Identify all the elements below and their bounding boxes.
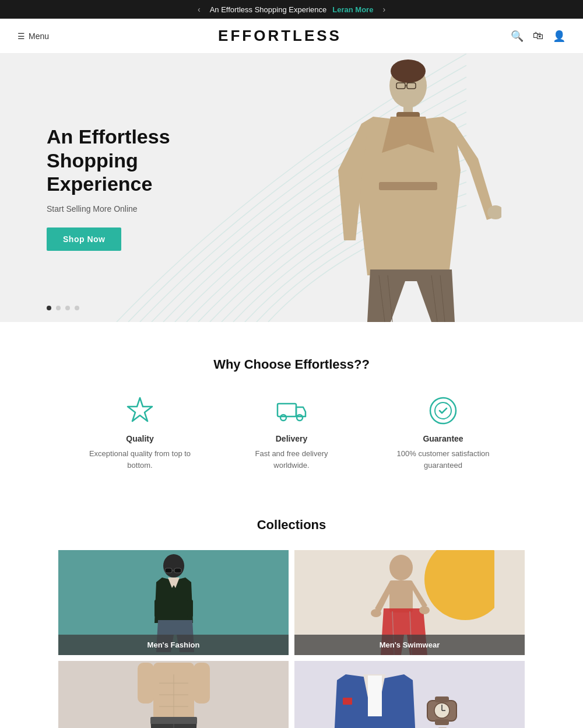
- user-icon[interactable]: 👤: [553, 30, 566, 43]
- svg-rect-48: [435, 719, 449, 725]
- svg-rect-24: [187, 600, 193, 617]
- svg-point-31: [419, 606, 430, 614]
- dot-3[interactable]: [65, 306, 70, 310]
- hero-title: An Effortless Shopping Experience: [47, 125, 187, 196]
- badge-icon: [428, 396, 458, 426]
- hero-section: An Effortless Shopping Experience Start …: [0, 54, 583, 322]
- header: ☰ Menu EFFORTLESS 🔍 🛍 👤: [0, 19, 583, 54]
- hamburger-icon: ☰: [17, 32, 25, 41]
- collection-mens-swimwear[interactable]: Men's Swimwear: [294, 550, 525, 655]
- collections-grid: Men's Fashion: [58, 550, 525, 728]
- slider-dots: [47, 306, 79, 310]
- shop-now-button[interactable]: Shop Now: [47, 228, 121, 251]
- feature-delivery: Delivery Fast and free delivery worldwid…: [239, 396, 344, 471]
- prev-arrow[interactable]: ‹: [194, 5, 204, 14]
- star-icon: [125, 396, 155, 426]
- svg-point-19: [163, 554, 184, 578]
- cart-icon[interactable]: 🛍: [533, 30, 543, 42]
- announcement-bar: ‹ An Effortless Shopping Experience Lera…: [0, 0, 583, 19]
- svg-rect-39: [138, 663, 154, 704]
- dot-1[interactable]: [47, 306, 51, 310]
- hero-subtitle: Start Selling More Online: [47, 204, 187, 214]
- feature-quality-title: Quality: [87, 434, 192, 443]
- svg-rect-23: [154, 600, 160, 617]
- feature-guarantee: Guarantee 100% customer satisfaction gua…: [391, 396, 496, 471]
- svg-rect-47: [435, 696, 449, 702]
- accessories-svg: [334, 663, 486, 729]
- hero-model-svg: [315, 54, 501, 322]
- collection-label-mens-swimwear: Men's Swimwear: [294, 635, 525, 655]
- svg-rect-7: [379, 182, 437, 190]
- svg-rect-40: [194, 663, 210, 704]
- feature-quality-desc: Exceptional quality from top to bottom.: [87, 448, 192, 471]
- search-icon[interactable]: 🔍: [511, 30, 524, 43]
- svg-rect-27: [389, 580, 413, 612]
- svg-point-1: [391, 60, 426, 83]
- collections-section: Collections: [0, 506, 583, 728]
- svg-point-17: [430, 398, 456, 424]
- dot-2[interactable]: [56, 306, 61, 310]
- feature-delivery-title: Delivery: [239, 434, 344, 443]
- features-grid: Quality Exceptional quality from top to …: [23, 396, 560, 471]
- menu-label: Menu: [29, 32, 49, 41]
- svg-point-26: [389, 555, 413, 580]
- svg-point-18: [435, 402, 451, 419]
- svg-point-25: [424, 550, 494, 620]
- svg-rect-20: [165, 568, 172, 573]
- feature-guarantee-title: Guarantee: [391, 434, 496, 443]
- collection-mens-accessories[interactable]: Men's Accessories: [294, 661, 525, 728]
- collections-heading: Collections: [23, 517, 560, 533]
- feature-delivery-desc: Fast and free delivery worldwide.: [239, 448, 344, 471]
- why-section: Why Choose Effortless?? Quality Exceptio…: [0, 322, 583, 506]
- next-arrow[interactable]: ›: [379, 5, 389, 14]
- feature-guarantee-desc: 100% customer satisfaction guaranteed: [391, 448, 496, 471]
- svg-rect-42: [368, 676, 382, 716]
- feature-quality: Quality Exceptional quality from top to …: [87, 396, 192, 471]
- announcement-text: An Effortless Shopping Experience: [210, 5, 327, 14]
- hero-image: [233, 54, 583, 322]
- dot-4[interactable]: [75, 306, 79, 310]
- menu-button[interactable]: ☰ Menu: [17, 32, 49, 41]
- truck-icon: [276, 396, 307, 426]
- underwear-svg: [121, 663, 226, 729]
- collection-mens-fashion[interactable]: Men's Fashion: [58, 550, 289, 655]
- svg-rect-21: [174, 568, 181, 573]
- logo[interactable]: EFFORTLESS: [218, 27, 342, 45]
- svg-rect-14: [278, 404, 296, 416]
- announcement-link[interactable]: Leran More: [332, 5, 373, 14]
- svg-point-15: [280, 415, 286, 421]
- collection-mens-underwear[interactable]: Men's Underwear: [58, 661, 289, 728]
- collection-label-mens-fashion: Men's Fashion: [58, 635, 289, 655]
- header-icons: 🔍 🛍 👤: [511, 30, 566, 43]
- svg-point-16: [297, 415, 303, 421]
- svg-marker-13: [128, 398, 152, 421]
- svg-rect-41: [343, 698, 352, 705]
- why-heading: Why Choose Effortless??: [23, 357, 560, 372]
- svg-rect-38: [150, 717, 197, 724]
- hero-content: An Effortless Shopping Experience Start …: [0, 90, 233, 286]
- svg-point-30: [371, 609, 381, 617]
